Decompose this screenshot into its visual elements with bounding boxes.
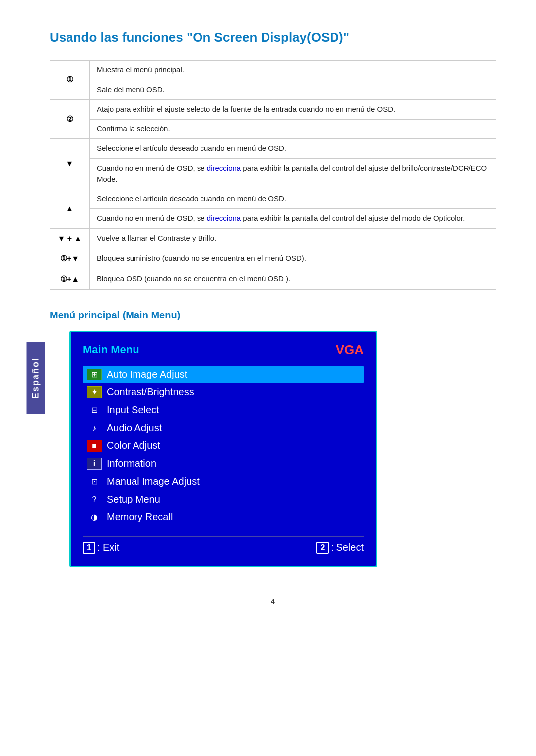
table-row: ① Muestra el menú principal.: [50, 61, 496, 80]
osd-item-label: Setup Menu: [107, 494, 160, 505]
key-cell-2: ②: [50, 100, 90, 139]
osd-select-control: 2 : Select: [316, 542, 364, 554]
table-row: ② Atajo para exhibir el ajuste selecto d…: [50, 100, 496, 120]
inline-highlight: direcciona: [207, 214, 241, 222]
osd-item-label: Auto Image Adjust: [107, 369, 187, 380]
input-select-icon: ⊟: [87, 404, 102, 416]
table-row: ▼ Seleccione el artículo deseado cuando …: [50, 139, 496, 159]
table-row: ▼ + ▲ Vuelve a llamar el Contraste y Bri…: [50, 228, 496, 249]
osd-item-label: Color Adjust: [107, 440, 160, 451]
osd-menu-item-setup-menu[interactable]: ? Setup Menu: [83, 491, 364, 508]
inline-highlight: direcciona: [207, 164, 241, 172]
key-cell-up: ▲: [50, 189, 90, 228]
table-row: Confirma la selección.: [50, 119, 496, 139]
select-btn-box: 2: [316, 542, 329, 554]
desc-cell: Confirma la selección.: [90, 119, 496, 139]
table-row: Cuando no en menú de OSD, se direcciona …: [50, 209, 496, 229]
setup-menu-icon: ?: [87, 494, 102, 505]
osd-header: Main Menu VGA: [83, 342, 364, 358]
information-icon: i: [87, 458, 102, 470]
memory-recall-icon: ◑: [87, 511, 102, 523]
osd-item-label: Information: [107, 458, 156, 469]
key-cell-1-up: ①+▲: [50, 269, 90, 289]
desc-cell: Seleccione el artículo deseado cuando en…: [90, 139, 496, 159]
osd-menu-item-color-adjust[interactable]: ■ Color Adjust: [83, 437, 364, 455]
audio-adjust-icon: ♪: [87, 422, 102, 434]
osd-menu-list: ⊞ Auto Image Adjust ✦ Contrast/Brightnes…: [83, 366, 364, 526]
desc-cell: Bloquea OSD (cuando no se encuentra en e…: [90, 269, 496, 289]
desc-cell: Bloquea suministro (cuando no se encuent…: [90, 249, 496, 269]
exit-btn-box: 1: [83, 542, 95, 554]
osd-footer: 1 : Exit 2 : Select: [83, 536, 364, 554]
osd-menu-item-input-select[interactable]: ⊟ Input Select: [83, 401, 364, 419]
select-label: : Select: [331, 542, 364, 553]
contrast-brightness-icon: ✦: [87, 386, 102, 398]
desc-cell: Vuelve a llamar el Contraste y Brillo.: [90, 228, 496, 249]
page-title: Usando las funciones "On Screen Display(…: [50, 30, 496, 45]
osd-title: Main Menu: [83, 343, 139, 356]
exit-label: : Exit: [97, 542, 119, 553]
osd-menu-box: Main Menu VGA ⊞ Auto Image Adjust ✦ Cont…: [69, 331, 377, 567]
table-row: Cuando no en menú de OSD, se direcciona …: [50, 158, 496, 189]
osd-source: VGA: [336, 342, 364, 358]
key-cell-down: ▼: [50, 139, 90, 189]
desc-cell: Muestra el menú principal.: [90, 61, 496, 80]
osd-menu-item-contrast-brightness[interactable]: ✦ Contrast/Brightness: [83, 383, 364, 401]
osd-menu-item-manual-image-adjust[interactable]: ⊡ Manual Image Adjust: [83, 473, 364, 491]
desc-cell-partial: Cuando no en menú de OSD, se direcciona …: [90, 158, 496, 189]
key-cell-1-down: ①+▼: [50, 249, 90, 269]
desc-cell: Sale del menú OSD.: [90, 80, 496, 100]
color-adjust-icon: ■: [87, 440, 102, 452]
table-row: ▲ Seleccione el artículo deseado cuando …: [50, 189, 496, 209]
page-number: 4: [50, 597, 496, 605]
osd-menu-item-memory-recall[interactable]: ◑ Memory Recall: [83, 508, 364, 526]
osd-item-label: Input Select: [107, 404, 159, 416]
desc-cell-partial: Cuando no en menú de OSD, se direcciona …: [90, 209, 496, 229]
osd-menu-item-information[interactable]: i Information: [83, 455, 364, 473]
osd-item-label: Audio Adjust: [107, 422, 162, 434]
osd-item-label: Manual Image Adjust: [107, 476, 200, 487]
osd-item-label: Contrast/Brightness: [107, 386, 194, 398]
osd-exit-control: 1 : Exit: [83, 542, 119, 554]
section-title-main-menu: Menú principal (Main Menu): [50, 310, 496, 321]
osd-item-label: Memory Recall: [107, 511, 173, 523]
manual-image-adjust-icon: ⊡: [87, 476, 102, 488]
controls-table: ① Muestra el menú principal. Sale del me…: [50, 60, 496, 290]
desc-cell-highlight: Atajo para exhibir el ajuste selecto de …: [90, 100, 496, 120]
osd-menu-item-audio-adjust[interactable]: ♪ Audio Adjust: [83, 419, 364, 437]
table-row: ①+▲ Bloquea OSD (cuando no se encuentra …: [50, 269, 496, 289]
sidebar-language-label: Español: [27, 342, 45, 414]
osd-menu-item-auto-image-adjust[interactable]: ⊞ Auto Image Adjust: [83, 366, 364, 383]
auto-image-adjust-icon: ⊞: [87, 369, 102, 380]
key-cell-down-up: ▼ + ▲: [50, 228, 90, 249]
desc-cell: Seleccione el artículo deseado cuando en…: [90, 189, 496, 209]
table-row: Sale del menú OSD.: [50, 80, 496, 100]
key-cell-1: ①: [50, 61, 90, 100]
table-row: ①+▼ Bloquea suministro (cuando no se enc…: [50, 249, 496, 269]
